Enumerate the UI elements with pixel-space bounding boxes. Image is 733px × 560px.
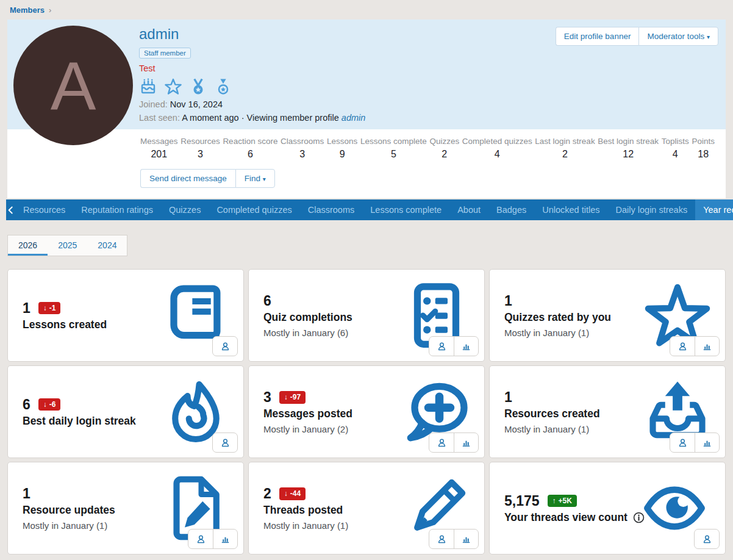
card-title: Best daily login streak xyxy=(23,415,136,428)
profile-message-actions: Send direct message Find ▾ xyxy=(140,169,726,198)
card-threads-view-count: 5,175 ↑+5K Your threads view count xyxy=(489,462,726,555)
star-outline-icon[interactable] xyxy=(164,77,182,96)
stat-quizzes[interactable]: Quizzes2 xyxy=(429,137,459,160)
tab-lessons-complete[interactable]: Lessons complete xyxy=(362,199,449,220)
card-quiz-completions: 6 Quiz completions Mostly in January (6) xyxy=(248,269,485,362)
change-value: -44 xyxy=(290,489,301,498)
stat-points[interactable]: Points18 xyxy=(692,137,715,160)
card-value: 3 xyxy=(263,389,271,406)
member-icon[interactable] xyxy=(213,337,237,356)
last-seen-profile-link[interactable]: admin xyxy=(341,113,366,123)
chart-icon[interactable] xyxy=(454,337,478,356)
chart-icon[interactable] xyxy=(454,433,478,452)
medal-icon[interactable] xyxy=(189,77,207,96)
tab-completed-quizzes[interactable]: Completed quizzes xyxy=(209,199,299,220)
avatar[interactable]: A xyxy=(13,26,133,145)
profile-stats: Messages201 Resources3 Reaction score6 C… xyxy=(7,129,726,160)
find-button[interactable]: Find ▾ xyxy=(235,169,275,188)
medal-ribbon-icon[interactable] xyxy=(214,77,232,96)
profile-banner: A admin Staff member Test xyxy=(7,20,726,129)
tab-year-recap[interactable]: Year recap xyxy=(695,199,733,220)
card-subtitle: Mostly in January (6) xyxy=(263,328,352,338)
joined-label: Joined: xyxy=(139,99,168,109)
chevron-left-icon xyxy=(6,206,15,215)
arrow-down-icon: ↓ xyxy=(43,400,47,409)
scroll-left-button[interactable] xyxy=(6,199,15,220)
chart-icon[interactable] xyxy=(695,337,719,356)
member-icon[interactable] xyxy=(213,433,237,452)
chevron-down-icon: ▾ xyxy=(263,176,266,182)
moderator-tools-button[interactable]: Moderator tools ▾ xyxy=(638,27,718,46)
tab-unlocked-titles[interactable]: Unlocked titles xyxy=(534,199,607,220)
card-value: 1 xyxy=(23,486,30,502)
member-icon[interactable] xyxy=(429,433,454,452)
recap-cards-grid: 1 ↓-1 Lessons created 6 Quiz completions… xyxy=(7,269,726,555)
card-value: 6 xyxy=(23,397,30,413)
card-title: Threads posted xyxy=(263,504,348,517)
stat-completed-quizzes[interactable]: Completed quizzes4 xyxy=(462,137,532,160)
stat-reaction-score[interactable]: Reaction score6 xyxy=(223,137,277,160)
year-tab-2026[interactable]: 2026 xyxy=(8,235,48,256)
card-action-buttons xyxy=(429,336,479,356)
change-badge: ↓-97 xyxy=(279,391,306,403)
member-icon[interactable] xyxy=(429,337,454,356)
chevron-down-icon: ▾ xyxy=(707,34,710,40)
chart-icon[interactable] xyxy=(454,529,478,548)
stat-last-login-streak[interactable]: Last login streak2 xyxy=(535,137,595,160)
change-badge: ↓-6 xyxy=(38,398,61,411)
member-icon[interactable] xyxy=(429,529,454,548)
stat-lessons[interactable]: Lessons9 xyxy=(327,137,357,160)
stat-toplists[interactable]: Toplists4 xyxy=(662,137,689,160)
chart-icon[interactable] xyxy=(695,433,719,452)
profile-card: A admin Staff member Test xyxy=(7,20,726,198)
tab-classrooms[interactable]: Classrooms xyxy=(300,199,363,220)
card-subtitle: Mostly in January (1) xyxy=(23,520,115,531)
profile-badges xyxy=(139,77,726,96)
last-seen-value: A moment ago · Viewing member profile xyxy=(182,113,339,123)
card-resource-updates: 1 Resource updates Mostly in January (1) xyxy=(7,462,244,555)
member-icon[interactable] xyxy=(670,433,695,452)
stat-lessons-complete[interactable]: Lessons complete5 xyxy=(360,137,427,160)
change-badge: ↓-44 xyxy=(279,487,306,500)
card-subtitle: Mostly in January (1) xyxy=(263,520,348,531)
edit-profile-banner-button[interactable]: Edit profile banner xyxy=(556,27,639,46)
birthday-cake-icon[interactable] xyxy=(139,77,157,96)
member-icon[interactable] xyxy=(188,529,213,548)
info-icon[interactable] xyxy=(633,512,645,523)
change-value: -97 xyxy=(290,393,301,401)
card-value: 1 xyxy=(504,389,512,406)
send-direct-message-button[interactable]: Send direct message xyxy=(140,169,235,188)
year-tab-2025[interactable]: 2025 xyxy=(48,235,87,256)
card-resources-created: 1 Resources created Mostly in January (1… xyxy=(489,365,726,458)
year-tab-2024[interactable]: 2024 xyxy=(87,235,127,256)
card-title: Messages posted xyxy=(263,407,352,420)
breadcrumb-separator-icon: › xyxy=(49,5,51,15)
tab-badges[interactable]: Badges xyxy=(488,199,534,220)
chart-icon[interactable] xyxy=(213,529,237,548)
moderator-tools-label: Moderator tools xyxy=(647,32,704,41)
stat-messages[interactable]: Messages201 xyxy=(140,137,178,160)
tab-about[interactable]: About xyxy=(449,199,488,220)
tab-resources[interactable]: Resources xyxy=(15,199,73,220)
card-lessons-created: 1 ↓-1 Lessons created xyxy=(7,269,244,362)
breadcrumb-members-link[interactable]: Members xyxy=(10,5,45,15)
change-badge: ↓-1 xyxy=(38,302,61,314)
tab-quizzes[interactable]: Quizzes xyxy=(161,199,209,220)
card-action-buttons xyxy=(429,433,479,453)
card-action-buttons xyxy=(188,529,238,549)
tab-daily-login-streaks[interactable]: Daily login streaks xyxy=(608,199,696,220)
tab-reputation-ratings[interactable]: Reputation ratings xyxy=(73,199,161,220)
stat-best-login-streak[interactable]: Best login streak12 xyxy=(598,137,659,160)
card-value: 2 xyxy=(263,486,271,502)
year-tabs: 2026 2025 2024 xyxy=(7,235,127,256)
card-title: Resource updates xyxy=(23,504,115,517)
stat-resources[interactable]: Resources3 xyxy=(181,137,220,160)
change-badge: ↑+5K xyxy=(548,495,577,507)
member-icon[interactable] xyxy=(670,337,695,356)
card-value: 1 xyxy=(23,300,30,317)
card-subtitle: Mostly in January (1) xyxy=(504,328,611,338)
card-best-daily-login-streak: 6 ↓-6 Best daily login streak xyxy=(7,365,244,458)
stat-classrooms[interactable]: Classrooms3 xyxy=(281,137,324,160)
member-icon[interactable] xyxy=(695,529,719,548)
banner-actions: Edit profile banner Moderator tools ▾ xyxy=(556,27,718,46)
